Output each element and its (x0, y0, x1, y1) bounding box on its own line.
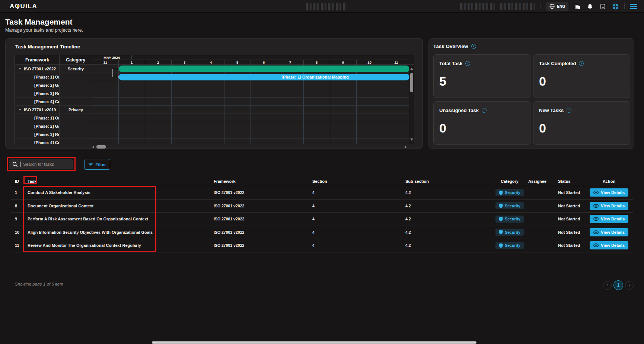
gantt-grid-cell (92, 138, 409, 144)
gantt-bar[interactable] (119, 66, 409, 72)
task-action-cell: View Details (585, 202, 633, 210)
task-name: Review And Monitor The Organizational Co… (24, 243, 210, 248)
gantt-row-label: ISO 27701 v2019 (24, 108, 56, 112)
view-details-label: View Details (601, 243, 625, 248)
top-bar-divider (624, 3, 625, 9)
gantt-row: [Phase: 3] Reme... (15, 130, 414, 138)
gantt-row: [Phase: 2] Gap A... (15, 81, 414, 89)
eye-icon (593, 191, 599, 194)
table-header-category: Category (495, 179, 525, 184)
gantt-framework-cell: [Phase: 2] Gap A... (15, 81, 60, 89)
view-details-label: View Details (601, 204, 625, 208)
category-badge-label: Security (505, 204, 520, 208)
task-status: Not Started (554, 230, 585, 235)
chevron-down-icon[interactable] (19, 68, 22, 70)
task-action-cell: View Details (585, 215, 633, 223)
top-bar: AQUILA ENG (0, 0, 644, 13)
scroll-left-icon[interactable] (92, 146, 94, 149)
gantt-col-framework: Framework (15, 55, 60, 64)
chevron-down-icon[interactable] (19, 109, 22, 111)
info-icon[interactable]: i (482, 108, 487, 113)
overview-card-label: New Tasks (539, 108, 564, 113)
gantt-col-category: Category (60, 55, 92, 64)
overview-cards: Total Taski5Task Completedi0Unassigned T… (433, 54, 630, 145)
task-table: IDTaskFrameworkSectionSub-sectionCategor… (11, 176, 633, 252)
scroll-up-icon[interactable] (410, 68, 413, 70)
horizontal-scroll-thumb[interactable] (96, 145, 106, 149)
book-icon[interactable] (599, 3, 606, 10)
info-icon[interactable]: i (567, 108, 571, 113)
view-details-button[interactable]: View Details (590, 188, 628, 197)
task-section: 4 (309, 190, 402, 195)
globe-icon (549, 4, 555, 9)
gantt-row: [Phase: 2] Gap A... (15, 122, 414, 130)
overview-card: Task Completedi0 (533, 54, 630, 98)
gantt-day-label: 10 (357, 60, 383, 65)
language-label: ENG (557, 4, 565, 9)
gantt-vertical-scrollbar[interactable] (409, 65, 414, 144)
filter-button[interactable]: Filter (84, 159, 110, 170)
view-details-label: View Details (601, 230, 625, 235)
building-icon[interactable] (574, 3, 581, 10)
gantt-row: [Phase: 3] Reme... (15, 89, 414, 98)
view-details-button[interactable]: View Details (590, 202, 628, 210)
view-details-button[interactable]: View Details (590, 228, 628, 236)
overview-card: Total Taski5 (433, 54, 530, 98)
gantt-bar[interactable]: [Phase: 1] Organizational Mapping (119, 74, 409, 80)
gantt-body: ISO 27001 v2022Security[Phase: 1] Organi… (15, 65, 414, 144)
pagination: ‹ 1 › (603, 280, 634, 290)
gantt-grid-cell (92, 106, 409, 114)
table-row: 11Review And Monitor The Organizational … (11, 239, 633, 252)
task-sub-section: 4.2 (402, 190, 495, 195)
bell-icon[interactable] (586, 3, 594, 10)
gantt-category-cell (60, 138, 92, 144)
task-framework: ISO 27001 v2022 (210, 204, 309, 208)
page-horizontal-scrollbar[interactable] (152, 341, 476, 344)
overview-card-header: Total Taski (439, 61, 470, 66)
overview-card-label: Task Completed (539, 61, 576, 66)
gantt-category-cell (60, 89, 92, 98)
table-header-task: Task (24, 179, 210, 184)
overview-card-header: Task Completedi (539, 61, 584, 66)
task-name: Conduct A Stakeholder Analysis (24, 190, 210, 195)
view-details-button[interactable]: View Details (590, 241, 628, 249)
app-root: AQUILA ENG (0, 0, 644, 344)
menu-icon[interactable] (630, 4, 637, 9)
info-icon[interactable]: i (579, 61, 584, 66)
overview-card-header: New Tasksi (539, 108, 571, 113)
gantt-month-label: MAY 2024 (92, 55, 132, 60)
info-icon[interactable]: i (471, 44, 476, 49)
eye-icon (593, 243, 599, 247)
scroll-right-icon[interactable] (405, 146, 407, 149)
category-badge: Security (495, 242, 523, 249)
task-sub-section: 4.2 (402, 243, 495, 248)
pagination-next-button[interactable]: › (625, 281, 634, 290)
pagination-page-1-button[interactable]: 1 (613, 280, 623, 290)
overview-card-value: 0 (439, 121, 446, 136)
category-badge: Security (495, 202, 523, 209)
top-bar-right: ENG (460, 0, 637, 13)
page-title: Task Management (5, 17, 73, 26)
shield-icon (499, 203, 503, 208)
task-category-cell: Security (495, 242, 525, 249)
search-input[interactable] (23, 162, 68, 166)
language-selector[interactable]: ENG (546, 2, 568, 11)
gantt-horizontal-scrollbar[interactable] (92, 145, 407, 149)
task-status: Not Started (554, 217, 585, 221)
gantt-category-cell (60, 98, 92, 106)
lifebuoy-icon[interactable] (612, 3, 619, 10)
scroll-down-icon[interactable] (410, 138, 413, 141)
category-badge: Security (495, 229, 523, 236)
task-framework: ISO 27001 v2022 (210, 190, 309, 195)
gantt-day-label: 6 (251, 60, 277, 65)
timeline-panel: Task Management Timeline Framework Categ… (5, 38, 423, 149)
vertical-scroll-thumb[interactable] (410, 73, 413, 92)
gantt-grid-cell (92, 130, 409, 138)
view-details-button[interactable]: View Details (590, 215, 628, 223)
overview-card-label: Total Task (439, 61, 462, 66)
gantt-day-label: 8 (304, 60, 330, 65)
info-icon[interactable]: i (465, 61, 470, 66)
pagination-prev-button[interactable]: ‹ (603, 281, 612, 290)
gantt-framework-cell: [Phase: 4] Com... (15, 138, 60, 144)
gantt-category-cell (60, 73, 92, 81)
